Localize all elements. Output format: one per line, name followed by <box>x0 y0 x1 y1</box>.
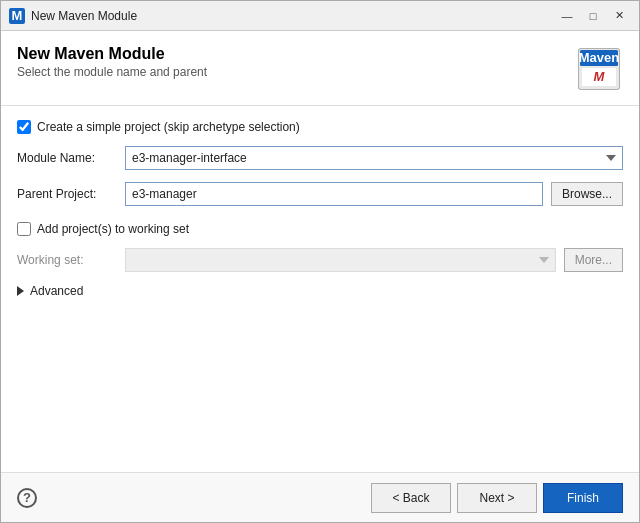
more-button: More... <box>564 248 623 272</box>
svg-text:Maven: Maven <box>579 50 620 65</box>
module-name-input[interactable]: e3-manager-interface <box>125 146 623 170</box>
advanced-section[interactable]: Advanced <box>17 280 623 302</box>
advanced-label: Advanced <box>30 284 83 298</box>
working-set-select <box>125 248 556 272</box>
module-name-row: Module Name: e3-manager-interface <box>17 146 623 170</box>
working-set-row: Working set: More... <box>17 248 623 272</box>
simple-project-label[interactable]: Create a simple project (skip archetype … <box>37 120 300 134</box>
back-button[interactable]: < Back <box>371 483 451 513</box>
window-icon: M <box>9 8 25 24</box>
content-area: New Maven Module Select the module name … <box>1 31 639 522</box>
parent-project-input[interactable] <box>125 182 543 206</box>
parent-project-label: Parent Project: <box>17 187 117 201</box>
footer: ? < Back Next > Finish <box>1 472 639 522</box>
simple-project-row: Create a simple project (skip archetype … <box>17 120 623 134</box>
header-title: New Maven Module <box>17 45 207 63</box>
footer-left: ? <box>17 488 37 508</box>
title-bar: M New Maven Module — □ ✕ <box>1 1 639 31</box>
header-subtitle: Select the module name and parent <box>17 65 207 79</box>
advanced-arrow-icon <box>17 286 24 296</box>
simple-project-checkbox[interactable] <box>17 120 31 134</box>
add-working-set-label[interactable]: Add project(s) to working set <box>37 222 189 236</box>
maximize-button[interactable]: □ <box>581 5 605 27</box>
title-bar-left: M New Maven Module <box>9 8 137 24</box>
parent-project-row: Parent Project: Browse... <box>17 182 623 206</box>
close-button[interactable]: ✕ <box>607 5 631 27</box>
header-section: New Maven Module Select the module name … <box>1 31 639 106</box>
finish-button[interactable]: Finish <box>543 483 623 513</box>
maven-logo-icon: Maven M <box>578 48 620 90</box>
add-working-set-checkbox[interactable] <box>17 222 31 236</box>
browse-button[interactable]: Browse... <box>551 182 623 206</box>
header-text: New Maven Module Select the module name … <box>17 45 207 79</box>
spacer <box>17 310 623 458</box>
form-section: Create a simple project (skip archetype … <box>1 106 639 472</box>
module-name-label: Module Name: <box>17 151 117 165</box>
title-bar-controls: — □ ✕ <box>555 5 631 27</box>
footer-buttons: < Back Next > Finish <box>371 483 623 513</box>
dialog-window: M New Maven Module — □ ✕ New Maven Modul… <box>0 0 640 523</box>
window-title: New Maven Module <box>31 9 137 23</box>
next-button[interactable]: Next > <box>457 483 537 513</box>
working-set-label: Working set: <box>17 253 117 267</box>
svg-text:M: M <box>594 69 606 84</box>
header-icon-container: Maven M <box>575 45 623 93</box>
minimize-button[interactable]: — <box>555 5 579 27</box>
help-button[interactable]: ? <box>17 488 37 508</box>
working-set-checkbox-row: Add project(s) to working set <box>17 222 623 236</box>
